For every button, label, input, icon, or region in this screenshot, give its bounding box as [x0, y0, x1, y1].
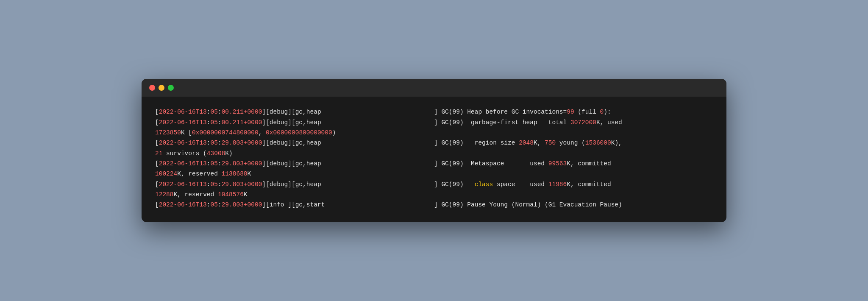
minimize-button[interactable]: [159, 85, 164, 91]
log-line: [434, 148, 713, 159]
log-line: ] GC(99) garbage-first heap total 307200…: [434, 117, 713, 128]
titlebar: [142, 79, 726, 97]
maximize-button[interactable]: [168, 85, 174, 91]
log-line: ] GC(99) class space used 11986K, commit…: [434, 179, 713, 190]
log-line: ] GC(99) region size 2048K, 750 young (1…: [434, 138, 713, 148]
log-line: [2022-06-16T13:05:00.211+0000][debug][gc…: [155, 117, 434, 128]
log-line: 21 survivors (43008K): [155, 148, 434, 159]
log-line: [434, 169, 713, 179]
log-line: ] GC(99) Metaspace used 99563K, committe…: [434, 159, 713, 169]
close-button[interactable]: [149, 85, 155, 91]
log-line: [2022-06-16T13:05:29.803+0000][debug][gc…: [155, 179, 434, 190]
log-grid: [2022-06-16T13:05:00.211+0000][debug][gc…: [155, 107, 713, 210]
log-line: [2022-06-16T13:05:00.211+0000][debug][gc…: [155, 107, 434, 117]
log-line: 1723850K [0x0000000744800000, 0x00000008…: [155, 128, 434, 138]
terminal-window: [2022-06-16T13:05:00.211+0000][debug][gc…: [142, 79, 726, 222]
log-line: [2022-06-16T13:05:29.803+0000][debug][gc…: [155, 159, 434, 169]
log-line: [434, 128, 713, 138]
log-line: ] GC(99) Pause Young (Normal) (G1 Evacua…: [434, 200, 713, 210]
log-line: [2022-06-16T13:05:29.803+0000][info ][gc…: [155, 200, 434, 210]
log-line: [434, 190, 713, 200]
log-line: [2022-06-16T13:05:29.803+0000][debug][gc…: [155, 138, 434, 148]
terminal-body: [2022-06-16T13:05:00.211+0000][debug][gc…: [142, 97, 726, 222]
log-line: 12288K, reserved 1048576K: [155, 190, 434, 200]
log-line: ] GC(99) Heap before GC invocations=99 (…: [434, 107, 713, 117]
log-line: 100224K, reserved 1138688K: [155, 169, 434, 179]
